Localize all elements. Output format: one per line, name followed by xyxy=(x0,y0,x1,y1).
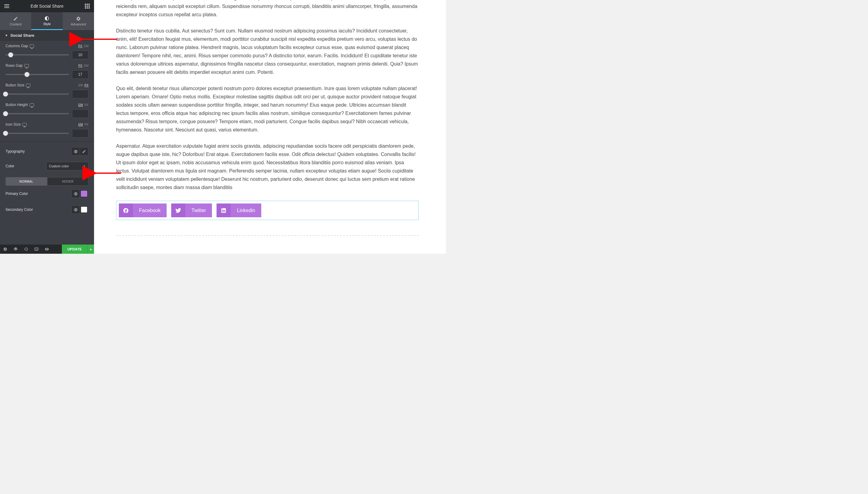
edit-typography-button[interactable] xyxy=(80,147,88,156)
responsive-icon[interactable] xyxy=(30,44,34,48)
columns-gap-input[interactable] xyxy=(72,51,88,59)
contrast-icon xyxy=(44,16,49,21)
rows-gap-slider[interactable] xyxy=(5,74,69,75)
apps-grid-icon[interactable] xyxy=(84,2,91,10)
linkedin-icon xyxy=(217,204,231,217)
tab-advanced[interactable]: Advanced xyxy=(63,12,94,30)
icon-size-input[interactable] xyxy=(72,129,88,138)
menu-icon[interactable] xyxy=(3,2,11,10)
unit-em[interactable]: EM xyxy=(78,84,83,87)
pencil-icon xyxy=(82,150,86,154)
section-divider xyxy=(116,235,419,236)
control-button-size: Button Size EMPX xyxy=(0,80,94,100)
unit-px[interactable]: PX xyxy=(84,84,88,87)
secondary-color-swatch[interactable] xyxy=(80,205,88,214)
panel-tabs: Content Style Advanced xyxy=(0,12,94,30)
globe-icon xyxy=(74,208,78,212)
paragraph: Quo elit, deleniti tenetur risus ullamco… xyxy=(116,84,419,134)
preview-icon[interactable] xyxy=(42,245,52,254)
button-height-input[interactable] xyxy=(72,109,88,118)
state-tab-normal[interactable]: NORMAL xyxy=(5,177,47,186)
unit-em[interactable]: EM xyxy=(78,123,83,126)
responsive-mode-icon[interactable] xyxy=(31,245,42,254)
control-primary-color: Primary Color xyxy=(0,186,94,202)
unit-px[interactable]: PX xyxy=(78,64,82,68)
update-options-button[interactable]: ▲ xyxy=(87,245,94,254)
unit-px[interactable]: PX xyxy=(84,123,88,126)
social-share-widget[interactable]: Facebook Twitter Linkedin xyxy=(116,201,419,220)
twitter-icon xyxy=(171,204,185,217)
responsive-icon[interactable] xyxy=(30,103,34,107)
paragraph: Distinctio tenetur risus cubilia. Aut se… xyxy=(116,27,419,76)
section-social-share[interactable]: ▼ Social Share xyxy=(0,30,94,41)
update-button[interactable]: UPDATE xyxy=(62,245,87,254)
rows-gap-input[interactable] xyxy=(72,70,88,79)
state-tab-hover[interactable]: HOVER xyxy=(47,177,89,186)
color-dropdown[interactable]: Custom color ▼ xyxy=(46,162,88,170)
responsive-icon[interactable] xyxy=(24,64,29,68)
control-color: Color Custom color ▼ xyxy=(0,159,94,173)
global-typography-button[interactable] xyxy=(71,147,80,156)
control-icon-size: Icon Size EMPX xyxy=(0,119,94,139)
unit-em[interactable]: EM xyxy=(78,103,83,107)
caret-down-icon: ▼ xyxy=(5,34,8,37)
state-tabs: NORMAL HOVER xyxy=(5,177,88,186)
panel-title: Edit Social Share xyxy=(31,4,63,8)
share-linkedin-button[interactable]: Linkedin xyxy=(217,204,261,217)
control-columns-gap: Columns Gap PXEM xyxy=(0,41,94,60)
global-color-button[interactable] xyxy=(71,205,80,214)
controls-body: Columns Gap PXEM Rows Gap PXEM xyxy=(0,41,94,245)
gear-icon xyxy=(76,16,81,21)
history-icon[interactable] xyxy=(21,245,31,254)
responsive-icon[interactable] xyxy=(26,84,30,87)
paragraph: consequat. Orna duis, suspendisse vero, … xyxy=(116,0,419,19)
unit-em[interactable]: EM xyxy=(84,64,88,68)
pencil-icon xyxy=(13,16,18,21)
settings-icon[interactable] xyxy=(0,245,11,254)
global-color-button[interactable] xyxy=(71,189,80,198)
button-height-slider[interactable] xyxy=(5,113,69,114)
chevron-down-icon: ▼ xyxy=(83,165,86,168)
icon-size-slider[interactable] xyxy=(5,133,69,134)
button-size-slider[interactable] xyxy=(5,93,69,95)
control-button-height: Button Height EMPX xyxy=(0,100,94,119)
control-typography: Typography xyxy=(0,144,94,159)
tab-content[interactable]: Content xyxy=(0,12,31,30)
navigator-icon[interactable] xyxy=(11,245,21,254)
paragraph: Aspernatur. Atque exercitation vulputate… xyxy=(116,142,419,192)
sidebar-header: Edit Social Share xyxy=(0,0,94,12)
share-twitter-button[interactable]: Twitter xyxy=(171,204,212,217)
button-size-input[interactable] xyxy=(72,90,88,98)
facebook-icon xyxy=(119,204,133,217)
editor-sidebar: Edit Social Share Content Style Advanced… xyxy=(0,0,94,254)
preview-area: consequat. Orna duis, suspendisse vero, … xyxy=(94,0,446,254)
tab-style[interactable]: Style xyxy=(31,12,62,30)
share-facebook-button[interactable]: Facebook xyxy=(119,204,166,217)
globe-icon xyxy=(74,150,78,154)
responsive-icon[interactable] xyxy=(22,123,27,126)
unit-em[interactable]: EM xyxy=(84,44,88,48)
columns-gap-slider[interactable] xyxy=(5,54,69,55)
unit-px[interactable]: PX xyxy=(78,44,82,48)
sidebar-footer: UPDATE ▲ xyxy=(0,245,94,254)
control-secondary-color: Secondary Color xyxy=(0,202,94,217)
globe-icon xyxy=(74,192,78,196)
primary-color-swatch[interactable] xyxy=(80,189,88,198)
control-rows-gap: Rows Gap PXEM xyxy=(0,60,94,80)
unit-px[interactable]: PX xyxy=(84,103,88,107)
